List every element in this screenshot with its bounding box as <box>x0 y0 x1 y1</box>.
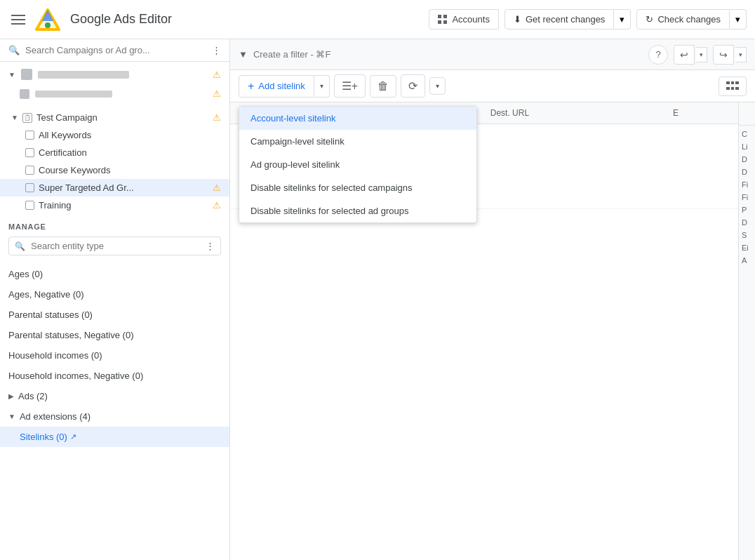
rl-a: A <box>740 255 754 266</box>
campaign-icon: 📋 <box>22 113 32 123</box>
account-icon-1 <box>21 69 32 80</box>
sidebar: 🔍 ⋮ ▼ ⚠ ⚠ ▼ 📋 <box>0 39 230 560</box>
undo-button[interactable]: ↩ <box>674 45 695 65</box>
ext-label: Ad extensions (4) <box>20 411 91 422</box>
campaign-label: Test Campaign <box>36 112 208 123</box>
filter-input[interactable] <box>253 49 643 60</box>
check-changes-button[interactable]: ↻ Check changes <box>636 9 730 29</box>
col-e: E <box>664 102 738 124</box>
entity-search-input[interactable] <box>31 241 200 251</box>
more-actions-arrow[interactable]: ▾ <box>429 77 446 95</box>
ext-expand-icon: ▼ <box>8 413 15 420</box>
add-sitelink-arrow[interactable]: ▾ <box>314 75 330 98</box>
accounts-button[interactable]: Accounts <box>429 9 498 29</box>
get-changes-button[interactable]: ⬇ Get recent changes <box>505 9 614 29</box>
adgroup-certification[interactable]: Certification <box>0 144 229 161</box>
adgroup-label-1: All Keywords <box>39 130 221 140</box>
dropdown-item-account[interactable]: Account-level sitelink <box>239 107 476 130</box>
ads-label: Ads (2) <box>18 391 48 401</box>
plus-icon: + <box>248 80 254 93</box>
adgroup-super-targeted[interactable]: Super Targeted Ad Gr... ⚠ <box>0 179 229 196</box>
adgroup-label-3: Course Keywords <box>39 165 221 175</box>
rl-li: Li <box>740 141 754 152</box>
rl-d3: D <box>740 217 754 228</box>
filter-bar: ▼ ? ↩ ▾ ↪ ▾ <box>230 39 755 70</box>
add-sitelink-group: + Add sitelink ▾ Account-level sitelink … <box>239 75 330 98</box>
toolbar: + Add sitelink ▾ Account-level sitelink … <box>230 70 755 102</box>
rl-d2: D <box>740 166 754 178</box>
redo-button[interactable]: ↪ <box>713 45 734 65</box>
account-name-1 <box>38 71 129 79</box>
add-sitelink-dropdown: Account-level sitelink Campaign-level si… <box>239 106 477 223</box>
redo-arrow-button[interactable]: ▾ <box>735 47 747 62</box>
entity-more-icon[interactable]: ⋮ <box>206 241 215 251</box>
adgroup-label-2: Certification <box>39 147 221 158</box>
add-columns-button[interactable]: ☰+ <box>334 74 366 98</box>
add-sitelink-button[interactable]: + Add sitelink <box>239 75 314 98</box>
adgroup-warn-5: ⚠ <box>213 200 221 211</box>
col-dest-url: Dest. URL <box>482 102 664 124</box>
svg-point-3 <box>45 22 51 28</box>
adgroup-label-5: Training <box>39 200 208 211</box>
hamburger-menu[interactable] <box>8 12 28 27</box>
main-layout: 🔍 ⋮ ▼ ⚠ ⚠ ▼ 📋 <box>0 39 755 560</box>
grid-view-button[interactable] <box>719 76 747 96</box>
dropdown-item-campaign[interactable]: Campaign-level sitelink <box>239 130 476 153</box>
app-title: Google Ads Editor <box>70 12 172 27</box>
campaign-row[interactable]: ▼ 📋 Test Campaign ⚠ <box>0 109 229 126</box>
rl-d1: D <box>740 154 754 165</box>
adgroup-icon-5 <box>25 201 34 210</box>
entity-ages-neg[interactable]: Ages, Negative (0) <box>8 284 221 305</box>
adgroup-course-keywords[interactable]: Course Keywords <box>0 161 229 179</box>
content-area: ▼ ? ↩ ▾ ↪ ▾ + Add sitelink ▾ <box>230 39 755 560</box>
campaign-warn: ⚠ <box>213 112 221 123</box>
entity-parental-neg[interactable]: Parental statuses, Negative (0) <box>8 325 221 345</box>
filter-icon: ▼ <box>239 49 248 60</box>
dropdown-item-disable-adgroups[interactable]: Disable sitelinks for selected ad groups <box>239 199 476 222</box>
ads-expand-icon: ▶ <box>8 392 14 400</box>
manage-section: MANAGE 🔍 ⋮ <box>0 217 229 264</box>
delete-button[interactable]: 🗑 <box>370 75 396 98</box>
sync-button[interactable]: ⟳ <box>401 74 425 98</box>
topbar: Google Ads Editor Accounts ⬇ Get recent … <box>0 0 755 39</box>
sitelinks-item[interactable]: Sitelinks (0) ↗ <box>0 427 229 447</box>
dropdown-item-disable-campaigns[interactable]: Disable sitelinks for selected campaigns <box>239 176 476 199</box>
manage-title: MANAGE <box>8 222 221 231</box>
rl-fi1: Fi <box>740 179 754 190</box>
more-options-icon[interactable]: ⋮ <box>212 45 221 55</box>
entity-household-neg[interactable]: Household incomes, Negative (0) <box>8 366 221 386</box>
undo-arrow-button[interactable]: ▾ <box>696 47 707 62</box>
adgroup-training[interactable]: Training ⚠ <box>0 196 229 214</box>
rl-fi2: Fi <box>740 192 754 203</box>
dropdown-item-adgroup[interactable]: Ad group-level sitelink <box>239 153 476 176</box>
adgroup-all-keywords[interactable]: All Keywords <box>0 126 229 144</box>
entity-parental[interactable]: Parental statuses (0) <box>8 305 221 325</box>
account-name-2 <box>35 91 112 98</box>
ads-item[interactable]: ▶ Ads (2) <box>0 386 229 406</box>
account-item-2[interactable]: ⚠ <box>0 84 229 103</box>
external-link-icon: ↗ <box>70 432 76 441</box>
right-label-header <box>739 102 755 126</box>
account-item-1[interactable]: ▼ ⚠ <box>0 65 229 84</box>
get-changes-arrow[interactable]: ▾ <box>614 9 631 29</box>
adgroup-icon-3 <box>25 166 34 175</box>
get-changes-group: ⬇ Get recent changes ▾ <box>505 9 631 29</box>
search-icon: 🔍 <box>8 45 20 55</box>
check-changes-group: ↻ Check changes ▾ <box>636 9 747 29</box>
right-label-list: C Li D D Fi Fi P D S Ei A <box>739 126 755 269</box>
help-button[interactable]: ? <box>648 45 668 65</box>
entity-household[interactable]: Household incomes (0) <box>8 345 221 366</box>
check-changes-arrow[interactable]: ▾ <box>730 9 747 29</box>
entity-search-icon: 🔍 <box>15 241 25 251</box>
entity-ages[interactable]: Ages (0) <box>8 264 221 284</box>
campaign-expand: ▼ <box>11 114 18 121</box>
warn-icon-2: ⚠ <box>213 88 221 99</box>
adgroup-label-4: Super Targeted Ad Gr... <box>39 182 208 193</box>
ad-extensions-item[interactable]: ▼ Ad extensions (4) <box>0 406 229 427</box>
adgroup-icon-2 <box>25 148 34 157</box>
sidebar-search-bar: 🔍 ⋮ <box>0 39 229 62</box>
sidebar-search-input[interactable] <box>25 45 206 55</box>
grid-view-icon <box>726 81 739 91</box>
topbar-left: Google Ads Editor <box>8 7 172 32</box>
adgroup-icon-4 <box>25 183 34 192</box>
